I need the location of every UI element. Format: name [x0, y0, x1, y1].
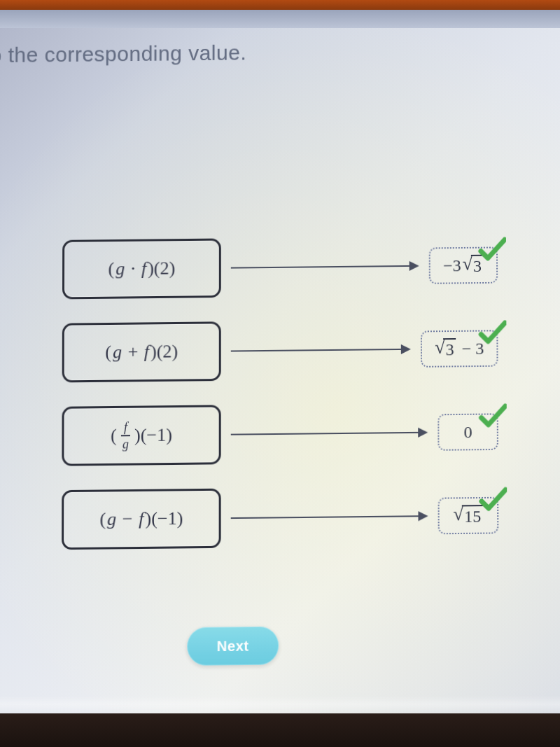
- expression-tile[interactable]: (g + f)(2): [62, 321, 221, 382]
- answer-slot[interactable]: 0: [438, 413, 498, 450]
- checkmark-icon: [479, 402, 507, 431]
- expression-tile[interactable]: (g · f)(2): [62, 239, 221, 300]
- arrow-icon: [231, 515, 428, 519]
- expression-tile[interactable]: (g − f)(−1): [62, 489, 221, 550]
- answer-slot[interactable]: −3√3: [429, 246, 498, 284]
- match-row: (g − f)(−1) √15: [62, 483, 498, 552]
- desk-edge: [0, 713, 560, 747]
- match-row: (g + f)(2) √3 − 3: [62, 316, 498, 384]
- question-prompt: it to the corresponding value.: [0, 41, 246, 67]
- answer-slot[interactable]: √3 − 3: [421, 330, 498, 368]
- answer-slot[interactable]: √15: [438, 497, 499, 535]
- next-button[interactable]: Next: [187, 627, 279, 666]
- checkmark-icon: [478, 319, 506, 347]
- arrow-icon: [231, 349, 411, 352]
- arrow-icon: [231, 265, 419, 269]
- checkmark-icon: [479, 485, 507, 514]
- expression-tile[interactable]: ( fg )(−1): [62, 405, 220, 466]
- matching-rows: (g · f)(2) −3√3 (g + f)(2) √3: [62, 233, 499, 571]
- match-row: ( fg )(−1) 0: [62, 400, 498, 468]
- glare-strip: [0, 695, 560, 713]
- quiz-page: it to the corresponding value. (g · f)(2…: [0, 22, 560, 720]
- match-row: (g · f)(2) −3√3: [62, 233, 498, 301]
- arrow-icon: [231, 432, 428, 435]
- browser-chrome-accent: [0, 0, 560, 10]
- checkmark-icon: [478, 235, 506, 264]
